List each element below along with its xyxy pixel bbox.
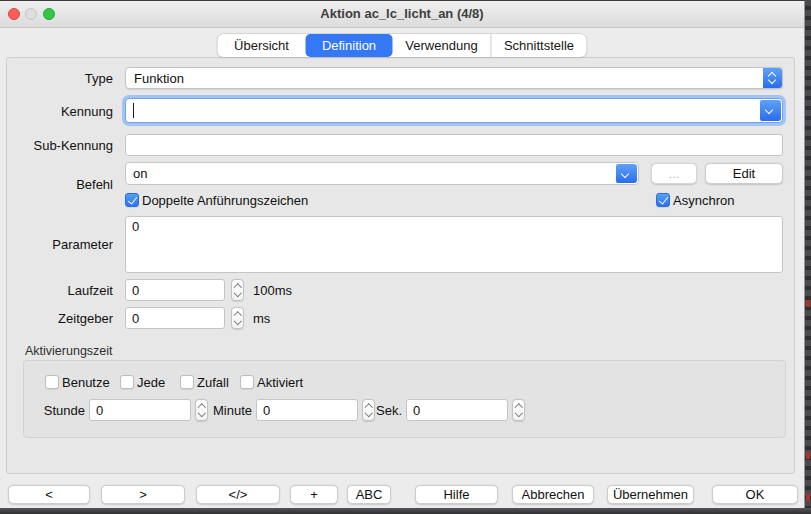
zufall-checkbox-label: Zufall [197,375,229,390]
doppelte-checkbox[interactable] [125,193,139,207]
befehl-more-button[interactable]: ... [651,163,697,184]
laufzeit-label: Laufzeit [0,283,113,299]
kennung-combobox[interactable] [125,98,783,123]
sek-input[interactable] [406,399,508,421]
jede-checkbox-label: Jede [137,375,165,390]
tab-definition[interactable]: Definition [306,34,393,57]
aktiviert-checkbox-label: Aktiviert [257,375,303,390]
dialog-window: Aktion ac_lc_licht_an (4/8) Übersicht De… [0,1,805,508]
type-selected-value: Funktion [134,71,184,86]
aktivierungszeit-group-title: Aktivierungszeit [25,344,113,358]
zeitgeber-unit: ms [253,311,270,327]
zeitgeber-label: Zeitgeber [0,311,113,327]
abc-button[interactable]: ABC [347,485,391,504]
next-button[interactable]: > [101,485,185,504]
add-button[interactable]: + [290,485,338,504]
window-title: Aktion ac_lc_licht_an (4/8) [0,6,804,21]
sek-stepper[interactable] [512,399,525,421]
abbrechen-button[interactable]: Abbrechen [512,485,594,504]
tab-schnittstelle[interactable]: Schnittstelle [492,34,587,57]
laufzeit-input[interactable] [125,279,225,301]
popup-arrows-icon [763,68,782,88]
zeitgeber-stepper[interactable] [231,307,244,329]
background-bottom-edge [0,508,811,514]
befehl-edit-button[interactable]: Edit [705,163,783,184]
stunde-input[interactable] [89,399,191,421]
type-select[interactable]: Funktion [125,67,783,89]
befehl-combobox[interactable] [125,162,639,185]
befehl-label: Befehl [0,177,113,193]
zeitgeber-input[interactable] [125,307,225,329]
tab-uebersicht[interactable]: Übersicht [218,34,306,57]
prev-button[interactable]: < [8,485,90,504]
chevron-down-icon[interactable] [760,100,781,121]
benutze-checkbox-label: Benutze [62,375,110,390]
minute-label: Minute [208,403,252,419]
background-artifact [806,494,810,501]
stunde-label: Stunde [40,403,85,419]
sub-kennung-label: Sub-Kennung [0,138,113,154]
jede-checkbox[interactable] [120,375,134,389]
tab-bar: Übersicht Definition Verwendung Schnitts… [218,34,587,57]
uebernehmen-button[interactable]: Übernehmen [607,485,694,504]
titlebar: Aktion ac_lc_licht_an (4/8) [0,1,804,28]
chevron-down-icon[interactable] [616,164,637,183]
doppelte-checkbox-label: Doppelte Anführungszeichen [142,193,308,208]
background-artifact [806,300,810,307]
parameter-label: Parameter [0,237,113,253]
code-button[interactable]: </> [196,485,280,504]
background-right-edge [805,0,811,514]
stunde-stepper[interactable] [195,399,208,421]
parameter-textarea[interactable]: 0 [125,216,783,273]
befehl-input[interactable] [133,164,612,183]
minute-input[interactable] [256,399,358,421]
sub-kennung-input[interactable] [125,134,783,156]
hilfe-button[interactable]: Hilfe [415,485,498,504]
kennung-input[interactable] [133,100,756,121]
asynchron-checkbox-label: Asynchron [673,193,734,208]
ok-button[interactable]: OK [712,485,798,504]
aktiviert-checkbox[interactable] [240,375,254,389]
laufzeit-unit: 100ms [253,283,292,299]
type-label: Type [0,71,113,87]
kennung-label: Kennung [0,104,113,120]
sek-label: Sek. [374,403,402,419]
tab-verwendung[interactable]: Verwendung [393,34,492,57]
laufzeit-stepper[interactable] [231,279,244,301]
background-artifact [806,452,810,459]
asynchron-checkbox[interactable] [656,193,670,207]
zufall-checkbox[interactable] [180,375,194,389]
benutze-checkbox[interactable] [45,375,59,389]
